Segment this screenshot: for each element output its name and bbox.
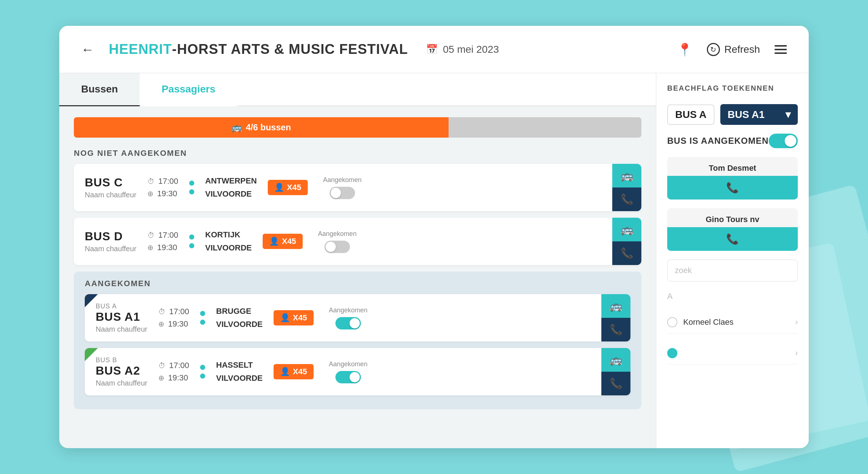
contact-card-gino: Gino Tours nv 📞 [667,208,798,251]
dot-green-2 [189,234,194,240]
dot-green-4 [200,365,205,370]
contact-tom-call-btn[interactable]: 📞 [667,176,798,200]
bus-c-route-dots [189,181,194,194]
bus-a1-stop2: VILVOORDE [216,320,263,329]
flag-a2 [85,348,98,361]
tab-passagiers[interactable]: Passagiers [140,73,237,106]
bus-a1-bus-btn[interactable]: 🚌 [601,294,630,318]
clock-icon-4: ⊕ [147,243,154,252]
clock-icon-6: ⊕ [158,320,164,328]
bus-d-toggle[interactable] [324,241,350,253]
not-arrived-header: NOG NIET AANGEKOMEN [74,149,641,158]
bus-a2-time-2: ⊕ 19:30 [158,373,189,383]
dot-teal-3 [200,320,205,325]
search-input[interactable]: zoek [667,260,798,281]
bus-a1-name-block: BUS A BUS A1 Naam chauffeur [96,303,147,333]
bus-a2-toggle[interactable] [335,371,361,383]
arrived-main-toggle[interactable] [769,134,798,148]
arrived-toggle-row: BUS IS AANGEKOMEN [667,134,798,148]
bus-d-bus-btn[interactable]: 🚌 [612,218,641,241]
back-button[interactable]: ← [81,42,94,57]
bus-a2-name-block: BUS B BUS A2 Naam chauffeur [96,356,147,387]
bus-c-passengers: 👤 X45 [268,180,308,195]
passenger-2-chevron: › [795,348,798,358]
passenger-radio-2[interactable] [667,348,677,358]
title-rest: HORST ARTS & MUSIC FESTIVAL [177,42,408,57]
bus-a1-stop1: BRUGGE [216,307,263,316]
dot-teal-1 [189,189,194,194]
screen: ← HEENRIT - HORST ARTS & MUSIC FESTIVAL … [0,0,868,474]
bus-c-depart: 17:00 [158,177,178,186]
bus-icon: 🚌 [231,122,242,133]
title-separator: - [172,42,177,57]
bus-selector: BUS A BUS A1 ▾ [667,104,798,125]
date-label: 05 mei 2023 [443,44,499,55]
bus-c-name: BUS C [85,176,136,189]
bus-c-times: ⏱ 17:00 ⊕ 19:30 [147,177,178,198]
bus-a2-stops: HASSELT VILVOORDE [216,360,263,383]
passenger-radio-korneel[interactable] [667,317,677,327]
bus-d-name-block: BUS D Naam chauffeur [85,230,136,253]
refresh-button[interactable]: ↻ Refresh [707,43,760,56]
arrived-label-c: Aangekomen [323,176,362,184]
bus-d-info: BUS D Naam chauffeur ⏱ 17:00 ⊕ [74,222,612,261]
bus-a1-times: ⏱ 17:00 ⊕ 19:30 [158,307,189,329]
bus-card-d[interactable]: BUS D Naam chauffeur ⏱ 17:00 ⊕ [74,218,641,265]
bus-a2-toggle-thumb [350,372,360,382]
dot-teal-2 [189,243,194,248]
progress-empty [449,117,641,138]
bus-d-actions: 🚌 📞 [612,218,641,265]
tabs: Bussen Passagiers [59,73,656,106]
menu-icon[interactable] [775,45,787,54]
bus-card-a2[interactable]: BUS B BUS A2 Naam chauffeur ⏱ 17:00 [85,348,630,395]
location-icon[interactable]: 📍 [677,42,692,57]
arrived-main-toggle-thumb [785,135,796,147]
bus-c-toggle[interactable] [330,187,355,199]
progress-bar: 🚌 4/6 bussen [74,117,641,138]
phone-icon-gino: 📞 [726,233,739,245]
header-right: 📍 ↻ Refresh [677,42,787,57]
bus-c-name-block: BUS C Naam chauffeur [85,176,136,199]
right-panel: BEACHFLAG TOEKENNEN BUS A BUS A1 ▾ BUS I… [656,73,809,448]
bus-a2-stop1: HASSELT [216,360,263,370]
bus-a1-info: BUS A BUS A1 Naam chauffeur ⏱ 17:00 [85,295,601,341]
bus-a1-toggle[interactable] [335,317,361,329]
menu-line-3 [775,52,787,54]
chevron-down-icon: ▾ [785,108,791,121]
bus-c-bus-btn[interactable]: 🚌 [612,164,641,187]
bus-a1-call-btn[interactable]: 📞 [601,318,630,341]
contact-card-tom: Tom Desmet 📞 [667,157,798,200]
bus-a2-call-btn[interactable]: 📞 [601,372,630,395]
dot-teal-4 [200,374,205,379]
bus-d-call-btn[interactable]: 📞 [612,241,641,265]
arrived-section-header: AANGEKOMEN [85,279,630,288]
bus-a1-route-dots [200,311,205,325]
bus-a2-info: BUS B BUS A2 Naam chauffeur ⏱ 17:00 [85,348,601,395]
beachflag-label: BEACHFLAG TOEKENNEN [667,84,798,92]
menu-line-2 [775,49,787,50]
tab-bussen[interactable]: Bussen [59,73,140,106]
flag-a1 [85,294,98,307]
bus-d-time-2: ⊕ 19:30 [147,243,178,252]
bus-a2-depart: 17:00 [169,361,189,370]
person-icon-d: 👤 [269,237,279,246]
bus-a1-name: BUS A1 [96,310,147,324]
arrived-toggle-label: BUS IS AANGEKOMEN [667,136,769,146]
passenger-row-2[interactable]: › [667,342,798,364]
arrived-label-a2: Aangekomen [329,360,367,368]
bus-a1-driver: Naam chauffeur [96,325,147,333]
contact-gino-call-btn[interactable]: 📞 [667,227,798,251]
bus-list: 🚌 4/6 bussen NOG NIET AANGEKOMEN BUS C N… [59,106,656,448]
bus-c-info: BUS C Naam chauffeur ⏱ 17:00 ⊕ [74,168,612,207]
passenger-row-korneel[interactable]: Korneel Claes › [667,311,798,333]
bus-selector-dropdown[interactable]: BUS A1 ▾ [720,104,798,125]
bus-card-c[interactable]: BUS C Naam chauffeur ⏱ 17:00 ⊕ [74,164,641,211]
bus-card-a1[interactable]: BUS A BUS A1 Naam chauffeur ⏱ 17:00 [85,294,630,341]
calendar-icon: 📅 [426,44,438,55]
bus-c-actions: 🚌 📞 [612,164,641,211]
bus-a1-time-1: ⏱ 17:00 [158,307,189,316]
main-card: ← HEENRIT - HORST ARTS & MUSIC FESTIVAL … [59,26,809,448]
bus-c-call-btn[interactable]: 📞 [612,187,641,211]
bus-a2-bus-btn[interactable]: 🚌 [601,348,630,372]
arrived-label-a1: Aangekomen [329,307,367,314]
